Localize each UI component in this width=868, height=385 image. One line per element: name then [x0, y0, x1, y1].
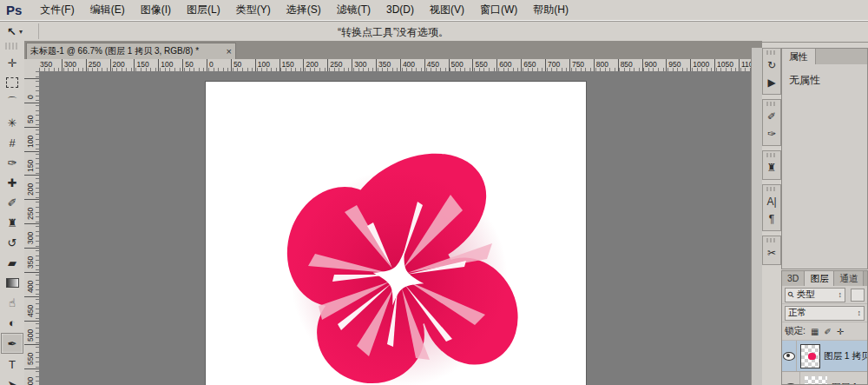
gradient-icon [6, 278, 19, 288]
layers-panel: 3D图层通道 ⚲ 类型 ↕ 正常 ↕ 锁定: ▦✐✛ 图层 1 拷贝 3图层 1 [781, 270, 868, 385]
ruler-tick [521, 59, 522, 71]
ruler-tick [231, 59, 232, 71]
filter-toggle-icon[interactable] [851, 289, 865, 302]
layer-name: 图层 1 拷贝 3 [824, 350, 867, 362]
ruler-label: 50 [26, 115, 35, 123]
clone-source-panel-icon[interactable]: ♜ [763, 159, 780, 176]
vertical-scrollbar[interactable] [751, 48, 762, 385]
brush-presets-panel-icon[interactable]: ✑ [763, 125, 780, 143]
convert-point-tool-icon: ↖ [7, 25, 16, 38]
crossed-tools-panel-icon[interactable]: ✂ [763, 244, 780, 262]
history-panel-icon[interactable]: ↻ [763, 56, 780, 74]
dock-grip[interactable] [766, 50, 777, 55]
menu-item-7[interactable]: 3D(D) [378, 3, 422, 16]
menu-item-0[interactable]: 文件(F) [32, 3, 82, 16]
lock-position-icon[interactable]: ✛ [837, 327, 844, 336]
chevron-down-icon: ▾ [19, 28, 23, 36]
lasso-tool[interactable]: ⌒ [2, 93, 23, 112]
document-tab[interactable]: 未标题-1 @ 66.7% (图层 1 拷贝 3, RGB/8) * × [26, 43, 236, 59]
document-title: 未标题-1 @ 66.7% (图层 1 拷贝 3, RGB/8) * [30, 45, 223, 57]
clone-stamp-tool[interactable]: ♜ [2, 213, 23, 232]
layer-row[interactable]: 图层 1 [782, 372, 867, 385]
menu-item-5[interactable]: 选择(S) [279, 3, 329, 16]
direct-selection-tool[interactable]: ➤ [2, 375, 23, 385]
eyedropper-tool[interactable]: ✑ [2, 153, 23, 172]
ruler-label: 950 [668, 60, 681, 69]
menu-item-9[interactable]: 窗口(W) [472, 3, 525, 16]
menu-item-6[interactable]: 滤镜(T) [329, 3, 378, 16]
blend-mode-select[interactable]: 正常 ↕ [785, 306, 865, 321]
toolbox-grip[interactable] [5, 43, 19, 50]
ruler-label: 850 [621, 60, 633, 69]
close-icon[interactable]: × [227, 46, 232, 56]
menu-item-3[interactable]: 图层(L) [179, 3, 228, 16]
history-brush-tool[interactable]: ↺ [2, 233, 23, 252]
ruler-label: 650 [523, 60, 536, 69]
ruler-label: 300 [64, 60, 76, 69]
dock-grip[interactable] [766, 238, 777, 242]
pasteboard[interactable] [39, 71, 752, 385]
ruler-label: 400 [26, 281, 35, 293]
ruler-label: 350 [40, 60, 52, 69]
tab-3D[interactable]: 3D [782, 271, 805, 286]
spot-healing-tool[interactable]: ✚ [2, 173, 23, 192]
menu-item-4[interactable]: 类型(Y) [228, 3, 279, 16]
ruler-tick [207, 59, 207, 71]
move-tool[interactable]: ✛ [2, 53, 23, 72]
visibility-toggle[interactable] [782, 341, 797, 371]
crop-tool[interactable]: # [2, 133, 23, 152]
menu-item-10[interactable]: 帮助(H) [525, 3, 576, 16]
brush-panel-icon[interactable]: ✐ [763, 108, 780, 125]
brush-tool[interactable]: ✐ [2, 193, 23, 212]
ruler-tick [739, 59, 740, 71]
ruler-tick [182, 59, 183, 71]
smudge-tool[interactable]: ☝ [2, 293, 23, 312]
layer-thumbnail[interactable] [801, 345, 819, 368]
eye-icon [783, 352, 795, 361]
dock-grip[interactable] [766, 153, 777, 157]
tab-通道[interactable]: 通道 [834, 271, 864, 286]
character-panel-icon[interactable]: A| [763, 193, 780, 210]
menu-item-2[interactable]: 图像(I) [133, 3, 179, 16]
visibility-toggle[interactable] [782, 372, 800, 385]
ruler-tick [24, 248, 39, 249]
lock-transparent-icon[interactable]: ▦ [811, 327, 819, 336]
photoshop-window: Ps 文件(F)编辑(E)图像(I)图层(L)类型(Y)选择(S)滤镜(T)3D… [0, 0, 868, 385]
ruler-tick [327, 59, 328, 71]
gradient-tool[interactable] [2, 273, 23, 292]
layer-row[interactable]: 图层 1 拷贝 3 [782, 341, 867, 372]
ruler-label: 600 [499, 60, 511, 69]
ruler-tick [303, 59, 304, 71]
ruler-tick [400, 59, 401, 71]
marquee-tool[interactable] [2, 73, 23, 92]
ruler-tick [545, 59, 546, 71]
dock-grip[interactable] [766, 102, 777, 106]
pen-convert-point-tool[interactable]: ✒ [1, 333, 23, 354]
ruler-label: 0 [209, 60, 214, 69]
ruler-tick [134, 59, 135, 71]
dock-grip[interactable] [766, 187, 777, 191]
actions-panel-icon[interactable]: ▶ [763, 74, 780, 91]
ruler-label: 250 [89, 60, 101, 69]
layer-thumbnail[interactable] [805, 376, 827, 385]
tab-图层[interactable]: 图层 [805, 271, 834, 286]
ruler-tick [424, 59, 425, 71]
paragraph-panel-icon[interactable]: ¶ [763, 210, 780, 228]
ruler-label: 150 [136, 60, 148, 69]
menu-item-1[interactable]: 编辑(E) [82, 3, 133, 16]
type-tool[interactable]: T [2, 355, 23, 374]
horizontal-ruler[interactable]: 3503002502001501005005010015020025030035… [39, 59, 752, 72]
ruler-tick [496, 59, 497, 71]
menu-item-8[interactable]: 视图(V) [422, 3, 472, 16]
search-icon: ⚲ [786, 289, 796, 300]
lock-paint-icon[interactable]: ✐ [824, 327, 831, 336]
filter-type-select[interactable]: ⚲ 类型 ↕ [785, 288, 845, 302]
vertical-ruler[interactable]: 050100150200250300350400450500550600 [24, 71, 40, 385]
quick-selection-tool[interactable]: ✳ [2, 113, 23, 132]
canvas[interactable] [205, 81, 587, 385]
tab-properties[interactable]: 属性 [782, 49, 816, 64]
ruler-tick [24, 78, 39, 79]
ruler-corner[interactable] [24, 59, 40, 72]
dodge-tool[interactable]: ◐ [2, 313, 23, 332]
eraser-tool[interactable]: ▰ [2, 253, 23, 272]
